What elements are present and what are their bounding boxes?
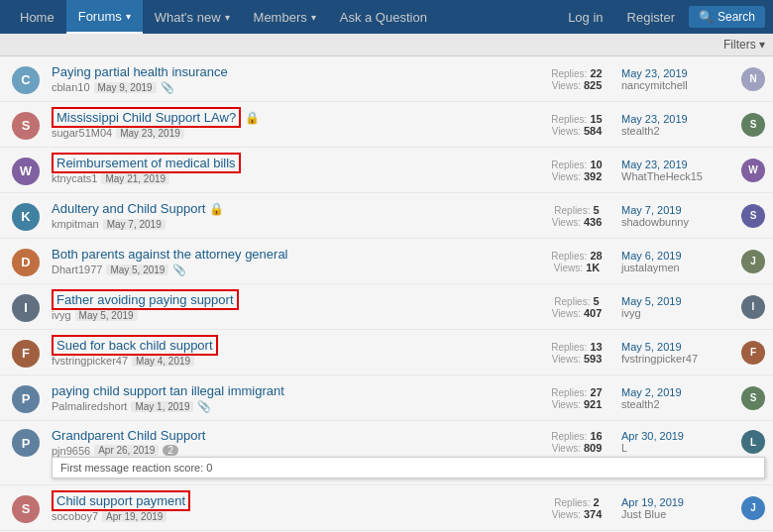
thread-avatar-cell: P (8, 383, 44, 413)
replies-label: Replies: (551, 68, 587, 79)
last-post-date[interactable]: May 23, 2019 (621, 113, 735, 125)
thread-meta: fvstringpicker47May 4, 2019 (52, 355, 524, 367)
last-post-date[interactable]: May 7, 2019 (621, 204, 735, 216)
last-post-info: May 23, 2019WhatTheHeck15 (621, 159, 735, 182)
thread-content: Child support paymentsocoboy7Apr 19, 201… (44, 493, 532, 522)
views-count: 809 (584, 442, 602, 454)
thread-stats: Replies: 28Views: 1K (532, 250, 621, 273)
last-post-info: May 2, 2019stealth2 (621, 386, 735, 410)
thread-stats: Replies: 27Views: 921 (532, 386, 621, 410)
thread-title[interactable]: paying child support tan illegal immigra… (52, 383, 284, 398)
last-post-avatar: L (741, 430, 765, 454)
last-post-user[interactable]: ivyg (621, 307, 735, 319)
avatar: P (12, 429, 40, 457)
thread-title[interactable]: Sued for back child support (52, 335, 218, 356)
thread-title[interactable]: Reimbursement of medical bills (52, 153, 241, 173)
last-post-avatar: S (741, 113, 765, 137)
register-link[interactable]: Register (617, 0, 685, 34)
nav-whats-new[interactable]: What's new ▾ (143, 0, 242, 34)
thread-date: May 23, 2019 (116, 128, 184, 139)
views-label: Views: (552, 308, 581, 319)
last-post-avatar: J (741, 496, 765, 520)
last-post-user[interactable]: justalaymen (621, 262, 735, 273)
thread-author[interactable]: Dhart1977 (52, 264, 102, 275)
replies-count: 27 (590, 386, 602, 398)
avatar: P (12, 385, 40, 413)
views-label: Views: (552, 126, 581, 137)
thread-date: May 1, 2019 (131, 401, 193, 412)
last-post-date[interactable]: May 2, 2019 (621, 386, 735, 398)
thread-meta: PalmaliredshortMay 1, 2019📎 (52, 400, 524, 413)
last-post-user[interactable]: shadowbunny (621, 216, 735, 228)
top-navigation: Home Forums ▾ What's new ▾ Members ▾ Ask… (0, 0, 773, 34)
last-post-date[interactable]: Apr 19, 2019 (621, 496, 735, 508)
views-label: Views: (554, 263, 583, 273)
thread-title[interactable]: Grandparent Child Support (52, 428, 205, 443)
avatar: C (12, 66, 40, 94)
nav-ask[interactable]: Ask a Question (328, 0, 439, 34)
views-label: Views: (552, 217, 581, 228)
thread-title[interactable]: Child support payment (52, 490, 190, 511)
last-post-info: Apr 19, 2019Just Blue (621, 496, 735, 520)
last-post-user[interactable]: Just Blue (621, 508, 735, 520)
last-post-user[interactable]: nancymitchell (621, 79, 735, 91)
thread-author[interactable]: kmpitman (52, 218, 99, 230)
search-button[interactable]: 🔍 Search (689, 6, 765, 28)
last-post-date[interactable]: May 5, 2019 (621, 295, 735, 307)
last-post-cell: May 23, 2019nancymitchellN (621, 67, 765, 91)
whats-new-dropdown-arrow: ▾ (225, 12, 230, 23)
thread-title[interactable]: Mississippi Child Support LAw? (52, 107, 241, 128)
last-post-user[interactable]: fvstringpicker47 (621, 353, 735, 365)
thread-author[interactable]: ivyg (52, 309, 71, 321)
thread-author[interactable]: cblan10 (52, 81, 90, 93)
nav-members[interactable]: Members ▾ (242, 0, 328, 34)
forums-dropdown-arrow: ▾ (126, 11, 131, 22)
nav-home[interactable]: Home (8, 0, 66, 34)
last-post-user[interactable]: L (621, 442, 735, 454)
last-post-info: May 5, 2019ivyg (621, 295, 735, 319)
thread-stats: Replies: 13Views: 593 (532, 341, 621, 365)
last-post-user[interactable]: WhatTheHeck15 (621, 170, 735, 182)
last-post-date[interactable]: May 23, 2019 (621, 159, 735, 170)
thread-title[interactable]: Adultery and Child Support (52, 201, 205, 216)
thread-stats: Replies: 5Views: 407 (532, 295, 621, 319)
thread-title[interactable]: Paying partial health insurance (52, 64, 228, 79)
thread-author[interactable]: socoboy7 (52, 510, 98, 522)
thread-date: May 4, 2019 (132, 356, 194, 367)
avatar: W (12, 158, 40, 185)
thread-row: KAdultery and Child Support🔒kmpitmanMay … (0, 193, 773, 239)
last-post-user[interactable]: stealth2 (621, 398, 735, 410)
attachment-icon: 📎 (172, 264, 186, 276)
thread-avatar-cell: C (8, 64, 44, 94)
thread-title[interactable]: Father avoiding paying support (52, 289, 239, 310)
replies-count: 2 (594, 496, 600, 508)
last-post-date[interactable]: May 6, 2019 (621, 250, 735, 262)
thread-title[interactable]: Both parents against the attorney genera… (52, 247, 288, 262)
last-post-date[interactable]: May 23, 2019 (621, 67, 735, 79)
thread-author[interactable]: ktnycats1 (52, 172, 97, 184)
nav-forums[interactable]: Forums ▾ (66, 0, 143, 34)
lock-icon: 🔒 (209, 202, 224, 216)
login-link[interactable]: Log in (558, 0, 612, 34)
views-count: 407 (584, 307, 602, 319)
thread-author[interactable]: pjn9656 (52, 445, 90, 457)
replies-label: Replies: (551, 387, 587, 398)
last-post-date[interactable]: May 5, 2019 (621, 341, 735, 353)
thread-row: PGrandparent Child Supportpjn9656Apr 26,… (0, 421, 773, 485)
filters-button[interactable]: Filters ▾ (723, 38, 765, 52)
last-post-avatar: S (741, 386, 765, 410)
last-post-cell: May 7, 2019shadowbunnyS (621, 204, 765, 228)
thread-author[interactable]: sugar51M04 (52, 127, 112, 139)
thread-meta: kmpitmanMay 7, 2019 (52, 218, 524, 230)
thread-author[interactable]: Palmaliredshort (52, 400, 127, 412)
last-post-date[interactable]: Apr 30, 2019 (621, 430, 735, 442)
avatar: D (12, 249, 40, 276)
attachment-icon: 📎 (197, 400, 211, 413)
thread-avatar-cell: S (8, 110, 44, 140)
thread-author[interactable]: fvstringpicker47 (52, 355, 128, 367)
thread-meta: Dhart1977May 5, 2019📎 (52, 264, 524, 276)
last-post-avatar: W (741, 159, 765, 182)
replies-label: Replies: (551, 251, 587, 262)
last-post-user[interactable]: stealth2 (621, 125, 735, 137)
thread-date: May 9, 2019 (94, 82, 157, 93)
